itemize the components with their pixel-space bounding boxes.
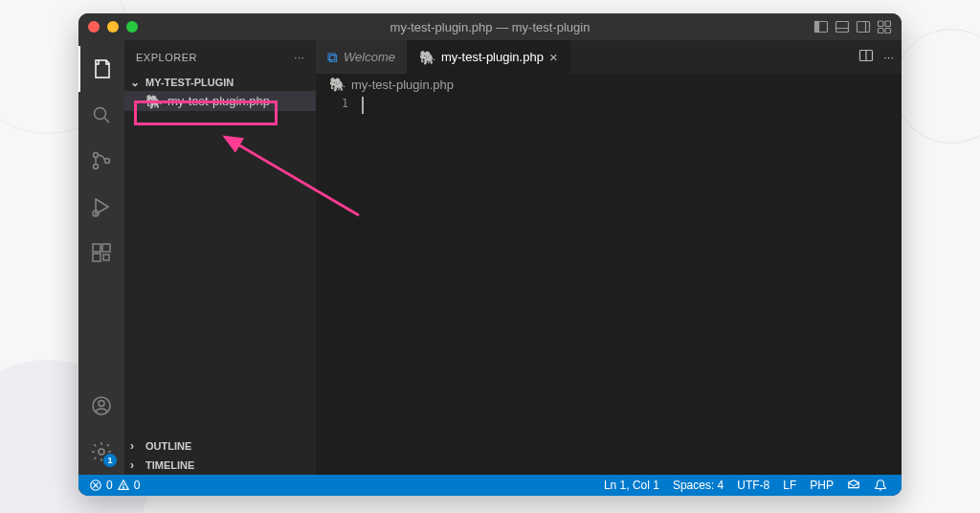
tab-close-icon[interactable]: × [549, 49, 558, 65]
status-errors-count: 0 [106, 479, 113, 492]
window-controls [88, 21, 138, 33]
sidebar-more-icon[interactable]: ··· [294, 52, 304, 63]
svg-rect-20 [103, 255, 109, 260]
status-feedback-icon[interactable] [840, 479, 867, 492]
file-name: my-test-plugin.php [167, 94, 270, 108]
sidebar-collapsible-panels: › OUTLINE › TIMELINE [124, 436, 316, 475]
tab-welcome[interactable]: ⧉ Welcome [316, 40, 408, 74]
sidebar-header: EXPLORER ··· [124, 40, 316, 74]
layout-controls [813, 19, 892, 34]
line-number-gutter: 1 [316, 95, 362, 475]
svg-point-12 [94, 153, 99, 158]
status-warnings-count: 0 [134, 479, 141, 492]
php-file-icon: 🐘 [329, 78, 345, 91]
svg-point-22 [99, 401, 104, 407]
svg-rect-1 [815, 22, 819, 33]
activity-explorer[interactable] [78, 46, 124, 92]
outline-panel-header[interactable]: › OUTLINE [124, 436, 316, 456]
code-area[interactable] [362, 95, 902, 475]
svg-rect-19 [93, 254, 100, 261]
status-problems[interactable]: 0 0 [82, 479, 146, 492]
editor-tabs: ⧉ Welcome 🐘 my-test-plugin.php × ··· [316, 40, 902, 74]
svg-point-23 [99, 449, 104, 455]
svg-line-11 [104, 118, 109, 123]
svg-rect-18 [102, 244, 110, 252]
file-tree: 🐘 my-test-plugin.php [124, 91, 316, 436]
chevron-right-icon: › [130, 458, 142, 472]
file-item[interactable]: 🐘 my-test-plugin.php [124, 91, 316, 111]
chevron-right-icon: › [130, 439, 142, 453]
status-encoding[interactable]: UTF-8 [730, 479, 776, 492]
breadcrumb[interactable]: 🐘 my-test-plugin.php [316, 74, 902, 95]
status-cursor-position[interactable]: Ln 1, Col 1 [597, 479, 666, 492]
status-eol[interactable]: LF [776, 479, 803, 492]
sidebar-title: EXPLORER [136, 52, 197, 63]
explorer-folder-header[interactable]: ⌄ MY-TEST-PLUGIN [124, 74, 316, 91]
activity-source-control[interactable] [78, 138, 124, 184]
layout-sidebar-left-icon[interactable] [813, 19, 829, 34]
split-editor-icon[interactable] [858, 48, 874, 66]
editor-region: ⧉ Welcome 🐘 my-test-plugin.php × ··· 🐘 [316, 40, 902, 475]
activity-extensions[interactable] [78, 230, 124, 276]
svg-point-14 [105, 159, 110, 164]
timeline-label: TIMELINE [145, 459, 194, 471]
svg-point-30 [122, 487, 123, 488]
svg-rect-8 [879, 29, 884, 33]
line-number: 1 [316, 97, 348, 110]
layout-panel-bottom-icon[interactable] [835, 19, 850, 34]
activity-bar: 1 [78, 40, 124, 475]
svg-rect-7 [885, 21, 891, 27]
tab-label: my-test-plugin.php [441, 50, 544, 64]
activity-run-debug[interactable] [78, 184, 124, 230]
tab-file[interactable]: 🐘 my-test-plugin.php × [408, 40, 570, 74]
svg-rect-6 [879, 21, 884, 27]
activity-settings[interactable]: 1 [78, 429, 124, 475]
status-language[interactable]: PHP [803, 479, 840, 492]
titlebar: my-test-plugin.php — my-test-plugin [78, 13, 902, 40]
svg-rect-2 [836, 22, 849, 33]
svg-point-13 [94, 165, 99, 169]
status-indentation[interactable]: Spaces: 4 [666, 479, 730, 492]
layout-sidebar-right-icon[interactable] [856, 19, 871, 34]
vscode-window: my-test-plugin.php — my-test-plugin [78, 13, 902, 496]
status-bar: 0 0 Ln 1, Col 1 Spaces: 4 UTF-8 LF PHP [78, 475, 902, 496]
svg-point-10 [95, 108, 106, 120]
svg-rect-9 [885, 29, 891, 33]
window-close-button[interactable] [88, 21, 100, 33]
window-title: my-test-plugin.php — my-test-plugin [78, 20, 902, 34]
status-notifications-icon[interactable] [867, 479, 894, 492]
php-file-icon: 🐘 [419, 51, 435, 64]
php-file-icon: 🐘 [145, 95, 162, 108]
activity-search[interactable] [78, 92, 124, 138]
vscode-logo-icon: ⧉ [327, 49, 338, 66]
sidebar: EXPLORER ··· ⌄ MY-TEST-PLUGIN 🐘 my-test-… [124, 40, 316, 475]
svg-rect-4 [858, 22, 870, 33]
settings-badge: 1 [103, 454, 117, 467]
bg-circle [894, 29, 980, 144]
activity-account[interactable] [78, 383, 124, 429]
window-maximize-button[interactable] [126, 21, 138, 33]
tab-label: Welcome [344, 50, 395, 64]
text-cursor [362, 97, 902, 114]
breadcrumb-file: my-test-plugin.php [351, 78, 454, 92]
folder-name: MY-TEST-PLUGIN [145, 77, 234, 88]
outline-label: OUTLINE [145, 440, 191, 452]
chevron-down-icon: ⌄ [130, 76, 142, 89]
editor-more-icon[interactable]: ··· [883, 50, 894, 64]
editor-body[interactable]: 1 [316, 95, 902, 475]
svg-rect-17 [93, 244, 100, 252]
layout-customize-icon[interactable] [877, 19, 892, 34]
timeline-panel-header[interactable]: › TIMELINE [124, 456, 316, 475]
window-minimize-button[interactable] [107, 21, 119, 33]
